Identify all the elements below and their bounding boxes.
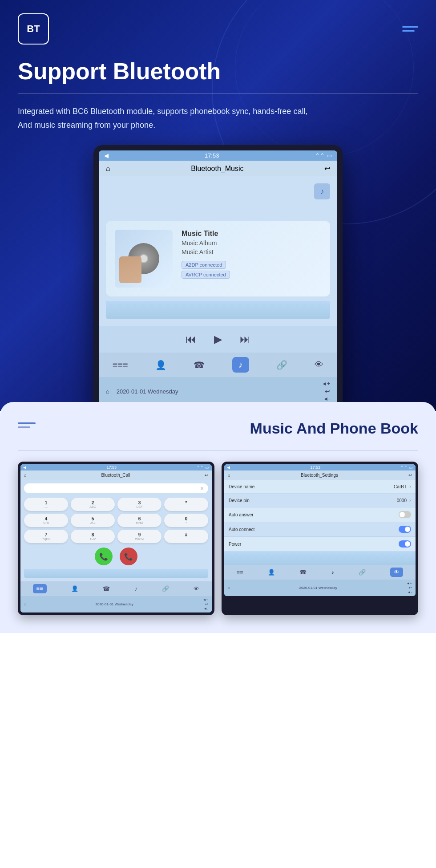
next-button[interactable]: ⏭ — [240, 333, 250, 345]
footer-vol-down[interactable]: ◄- — [323, 396, 330, 402]
footer-date: 2020-01-01 Wednesday — [117, 388, 178, 395]
prev-button[interactable]: ⏮ — [186, 333, 196, 345]
nav-contacts-icon[interactable]: 👤 — [155, 360, 166, 370]
auto-connect-toggle[interactable] — [399, 526, 411, 533]
key-5[interactable]: 5JKL — [71, 514, 115, 527]
nav-music-icon[interactable]: ♪ — [232, 357, 249, 373]
call-screen-wrap: ◀ 17:53 ⌃⌃ ▭ ⌂ Bluetooth_Call ↩ ✕ 1— — [18, 462, 214, 615]
call-nav-back[interactable]: ↩ — [205, 473, 208, 478]
desc-line-2: And music streaming from your phone. — [18, 121, 155, 130]
call-footer-date: 2020-01-01 Wednesday — [96, 602, 133, 606]
settings-nav-menu[interactable]: ≡≡ — [237, 569, 243, 576]
call-dial-button[interactable]: 📞 — [95, 548, 113, 565]
status-back-icon[interactable]: ◀ — [104, 152, 109, 159]
settings-row-device-pin: Device pin 0000 › — [224, 494, 416, 507]
settings-nav-contacts[interactable]: 👤 — [268, 569, 275, 576]
hamburger-line-2 — [402, 30, 415, 32]
call-status-back[interactable]: ◀ — [23, 465, 26, 470]
settings-nav-bar: ⌂ Bluetooth_Settings ↩ — [224, 471, 416, 480]
settings-nav-link[interactable]: 🔗 — [359, 569, 366, 576]
settings-nav-music[interactable]: ♪ — [331, 569, 334, 576]
call-vol-up[interactable]: ◄+ — [202, 598, 208, 602]
settings-back[interactable]: ↩ — [409, 586, 412, 590]
music-note-button[interactable]: ♪ — [314, 183, 330, 199]
call-nav-phone[interactable]: ☎ — [103, 585, 110, 592]
key-0[interactable]: 0+ — [164, 514, 208, 527]
auto-answer-toggle[interactable] — [399, 511, 411, 518]
keypad-grid: 1— 2ABC 3DEF * 4GHI 5JKL 6MNO 0+ 7PQRS 8… — [24, 498, 208, 543]
chevron-icon-2: › — [409, 497, 411, 503]
key-hash[interactable]: # — [164, 530, 208, 543]
footer-home-icon[interactable]: ⌂ — [106, 388, 109, 395]
call-search-bar[interactable]: ✕ — [24, 483, 208, 493]
search-placeholder — [28, 485, 55, 491]
header-section: BT Support Bluetooth Integrated with BC6… — [0, 0, 436, 411]
key-6[interactable]: 6MNO — [117, 514, 161, 527]
footer-back-icon[interactable]: ↩ — [325, 388, 330, 395]
settings-vol-up[interactable]: ◄+ — [406, 581, 412, 585]
settings-screen: ◀ 17:53 ⌃⌃ ▭ ⌂ Bluetooth_Settings ↩ Devi… — [224, 464, 416, 596]
nav-link-icon[interactable]: 🔗 — [276, 360, 287, 370]
settings-status-time: 17:53 — [310, 465, 320, 470]
power-toggle[interactable] — [399, 540, 411, 548]
main-device-screen: ◀ 17:53 ⌃⌃ ▭ ⌂ Bluetooth_Music ↩ ♪ — [93, 145, 343, 411]
auto-connect-label: Auto connect — [229, 527, 254, 532]
music-artist: Music Artist — [182, 248, 321, 256]
key-7[interactable]: 7PQRS — [24, 530, 68, 543]
key-3[interactable]: 3DEF — [117, 498, 161, 511]
settings-footer: ⌂ 2020-01-01 Wednesday ◄+ ↩ ◄- — [224, 580, 416, 596]
main-nav-bar: ⌂ Bluetooth_Music ↩ — [99, 161, 337, 176]
key-2[interactable]: 2ABC — [71, 498, 115, 511]
nav-eye-icon[interactable]: 👁 — [315, 360, 323, 370]
settings-nav-back[interactable]: ↩ — [408, 473, 412, 478]
call-end-button[interactable]: 📞 — [120, 548, 137, 565]
settings-nav-eye[interactable]: 👁 — [390, 568, 403, 577]
hamburger-line-1 — [402, 26, 418, 28]
settings-nav-home[interactable]: ⌂ — [228, 473, 230, 478]
play-button[interactable]: ▶ — [214, 333, 222, 345]
nav-menu-icon[interactable]: ≡≡≡ — [113, 360, 128, 370]
mini-screens-container: ◀ 17:53 ⌃⌃ ▭ ⌂ Bluetooth_Call ↩ ✕ 1— — [18, 462, 418, 615]
settings-status-back[interactable]: ◀ — [227, 465, 230, 470]
key-8[interactable]: 8TUV — [71, 530, 115, 543]
settings-vol-down[interactable]: ◄- — [407, 590, 412, 594]
settings-row-auto-connect: Auto connect — [224, 522, 416, 537]
bt-logo: BT — [18, 13, 49, 45]
key-star[interactable]: * — [164, 498, 208, 511]
call-content-area: ✕ 1— 2ABC 3DEF * 4GHI 5JKL 6MNO 0+ 7PQRS… — [20, 480, 212, 581]
clear-icon[interactable]: ✕ — [200, 486, 204, 491]
call-vol-down[interactable]: ◄- — [203, 607, 208, 611]
power-label: Power — [229, 542, 241, 547]
music-info: Music Title Music Album Music Artist A2D… — [182, 230, 321, 280]
nav-phone-icon[interactable]: ☎ — [194, 360, 205, 370]
settings-row-device-name: Device name CarBT › — [224, 480, 416, 494]
call-nav-link[interactable]: 🔗 — [162, 585, 169, 592]
key-9[interactable]: 9WXYZ — [117, 530, 161, 543]
main-status-bar: ◀ 17:53 ⌃⌃ ▭ — [99, 150, 337, 161]
nav-home-icon[interactable]: ⌂ — [106, 165, 110, 173]
settings-bottom-nav: ≡≡ 👤 ☎ ♪ 🔗 👁 — [224, 565, 416, 580]
key-1[interactable]: 1— — [24, 498, 68, 511]
call-nav-eye[interactable]: 👁 — [194, 585, 199, 592]
lower-section-title: Music And Phone Book — [250, 420, 418, 437]
status-icons: ⌃⌃ ▭ — [315, 152, 332, 159]
device-name-label: Device name — [229, 484, 254, 489]
call-back[interactable]: ↩ — [205, 602, 208, 606]
header-divider — [18, 93, 418, 94]
nav-back-icon[interactable]: ↩ — [324, 164, 330, 173]
call-footer-home[interactable]: ⌂ — [24, 602, 26, 606]
call-nav-music[interactable]: ♪ — [134, 585, 137, 592]
music-player-card: Music Title Music Album Music Artist A2D… — [106, 221, 330, 296]
call-nav-menu[interactable]: ≡≡ — [33, 584, 47, 593]
footer-vol-up[interactable]: ◄+ — [322, 381, 330, 387]
call-nav-bar: ⌂ Bluetooth_Call ↩ — [20, 471, 212, 480]
settings-footer-home[interactable]: ⌂ — [228, 586, 230, 590]
desc-line-1: Integrated with BC6 Bluetooth module, su… — [18, 107, 307, 116]
main-bottom-nav: ≡≡≡ 👤 ☎ ♪ 🔗 👁 — [99, 353, 337, 377]
playback-controls: ⏮ ▶ ⏭ — [99, 326, 337, 353]
call-nav-home[interactable]: ⌂ — [24, 473, 27, 478]
call-nav-contacts[interactable]: 👤 — [71, 585, 78, 592]
key-4[interactable]: 4GHI — [24, 514, 68, 527]
hamburger-menu-icon[interactable] — [402, 26, 418, 32]
settings-nav-phone[interactable]: ☎ — [299, 569, 307, 576]
